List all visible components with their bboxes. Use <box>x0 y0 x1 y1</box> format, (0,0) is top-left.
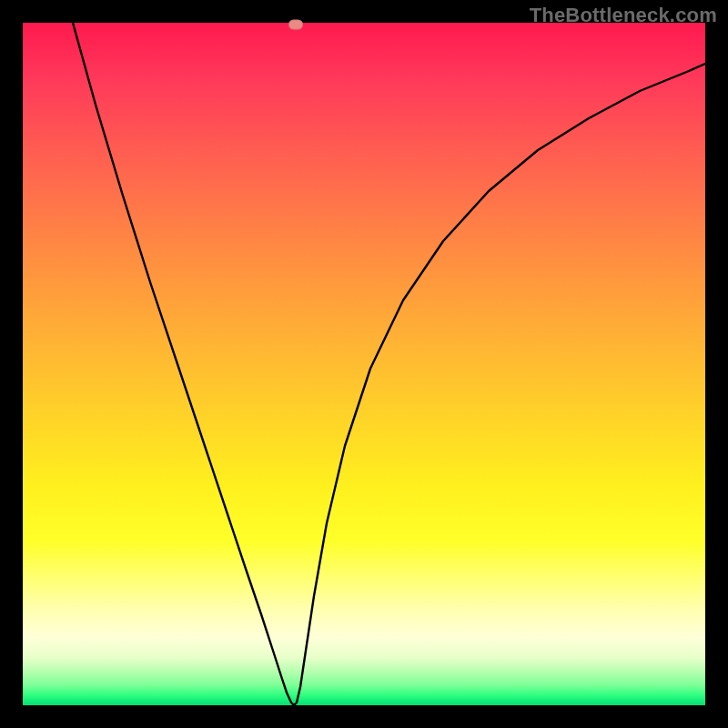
watermark: TheBottleneck.com <box>530 4 717 27</box>
bottleneck-curve <box>23 23 705 705</box>
optimum-marker <box>288 20 303 30</box>
chart-frame: TheBottleneck.com <box>0 0 728 728</box>
plot-area <box>23 23 705 705</box>
